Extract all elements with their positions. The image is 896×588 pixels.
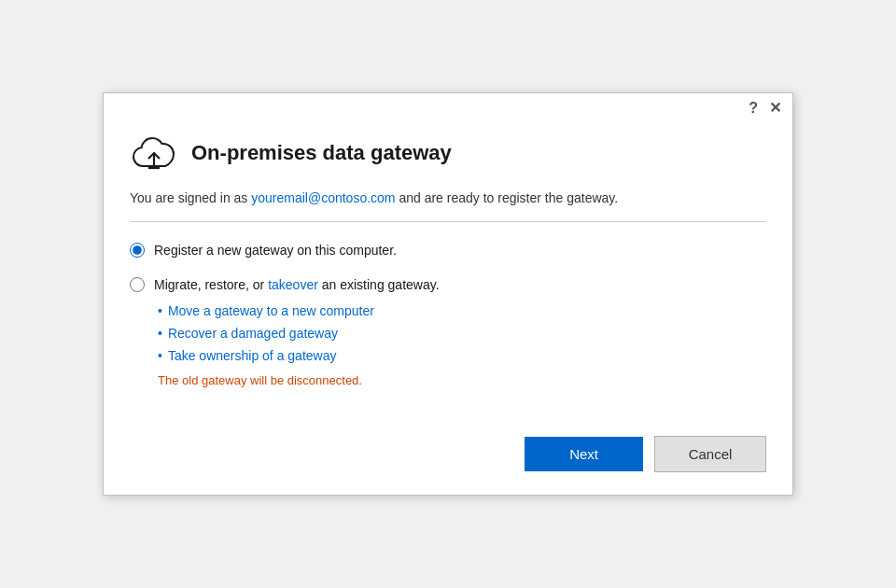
help-icon[interactable]: ?: [749, 101, 758, 116]
signed-in-prefix: You are signed in as: [130, 190, 251, 205]
dialog-header: On-premises data gateway: [104, 123, 792, 189]
list-item: Take ownership of a gateway: [158, 345, 440, 368]
signed-in-suffix: and are ready to register the gateway.: [396, 190, 619, 205]
dialog: ? ✕ On-premises data gateway You are sig…: [103, 92, 793, 495]
migrate-radio[interactable]: [130, 277, 145, 292]
page-title: On-premises data gateway: [191, 141, 452, 165]
migrate-label-prefix: Migrate, restore, or: [154, 277, 268, 292]
option-register-row: Register a new gateway on this computer.: [130, 241, 766, 260]
cancel-button[interactable]: Cancel: [654, 436, 766, 472]
migrate-label[interactable]: Migrate, restore, or takeover an existin…: [154, 277, 440, 292]
migrate-label-suffix: an existing gateway.: [318, 277, 440, 292]
cloud-upload-icon: [130, 133, 178, 174]
signed-in-text: You are signed in as youremail@contoso.c…: [130, 189, 766, 208]
title-bar: ? ✕: [104, 93, 792, 123]
close-icon[interactable]: ✕: [769, 101, 781, 116]
divider: [130, 221, 766, 222]
migrate-label-link: takeover: [268, 277, 318, 292]
dialog-body: You are signed in as youremail@contoso.c…: [104, 189, 792, 420]
migrate-sub-list: Move a gateway to a new computer Recover…: [158, 301, 440, 367]
migrate-label-group: Migrate, restore, or takeover an existin…: [154, 275, 440, 386]
user-email: youremail@contoso.com: [251, 190, 395, 205]
next-button[interactable]: Next: [525, 437, 643, 471]
list-item: Move a gateway to a new computer: [158, 301, 440, 323]
dialog-footer: Next Cancel: [104, 421, 792, 495]
warning-text: The old gateway will be disconnected.: [158, 373, 440, 387]
register-radio[interactable]: [130, 243, 145, 258]
list-item: Recover a damaged gateway: [158, 323, 440, 345]
option-migrate-row: Migrate, restore, or takeover an existin…: [130, 275, 766, 386]
register-label[interactable]: Register a new gateway on this computer.: [154, 241, 397, 260]
